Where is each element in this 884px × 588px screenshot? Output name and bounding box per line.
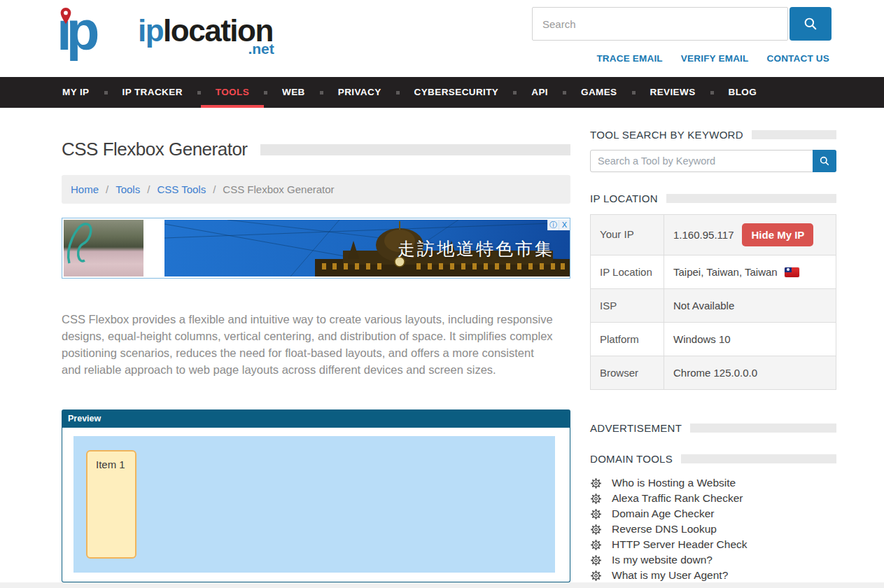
header-search-button[interactable] (790, 7, 832, 41)
gear-icon (590, 524, 602, 536)
heading-decorative-bar (681, 454, 836, 463)
tool-description: CSS Flexbox provides a flexible and intu… (62, 311, 556, 378)
heading-decorative-bar (666, 194, 836, 203)
domain-tool-label: Domain Age Checker (612, 507, 714, 520)
tool-search (590, 150, 836, 172)
preview-panel-header: Preview (62, 410, 570, 428)
your-ip-value: 1.160.95.117 (673, 229, 734, 241)
ad-left-image[interactable] (64, 220, 143, 276)
ip-row-label: Browser (591, 356, 664, 389)
flexbox-preview-container: Item 1 (73, 436, 555, 573)
hide-my-ip-button[interactable]: Hide My IP (742, 223, 813, 246)
domain-tool-label: Alexa Traffic Rank Checker (612, 492, 743, 505)
breadcrumb-tools[interactable]: Tools (115, 183, 140, 195)
table-row: ISP Not Available (591, 289, 836, 323)
main-nav: MY IP IP TRACKER TOOLS WEB PRIVACY CYBER… (0, 77, 884, 108)
nav-item-tools[interactable]: TOOLS (201, 77, 264, 108)
search-icon (819, 155, 830, 167)
nav-item-ip-tracker[interactable]: IP TRACKER (108, 77, 197, 108)
advertisement-heading: ADVERTISEMENT (590, 422, 682, 434)
gear-icon (590, 493, 602, 505)
sidebar: TOOL SEARCH BY KEYWORD IP LOCATION Your … (590, 108, 836, 583)
tool-search-input[interactable] (590, 150, 836, 172)
logo-wordmark: iplocation .net (138, 3, 273, 63)
domain-tool-link[interactable]: Domain Age Checker (590, 506, 836, 522)
preview-panel-body: Item 1 (62, 428, 570, 582)
main-content: CSS Flexbox Generator Home / Tools / CSS… (62, 108, 570, 582)
trace-email-link[interactable]: TRACE EMAIL (596, 53, 662, 64)
ip-location-heading: IP LOCATION (590, 192, 658, 204)
breadcrumb-current: CSS Flexbox Generator (223, 183, 334, 195)
logo-word-ip: ip (138, 13, 163, 48)
nav-item-my-ip[interactable]: MY IP (48, 77, 104, 108)
ip-row-value: Taipei, Taiwan, Taiwan (664, 255, 836, 288)
logo-tld: .net (248, 29, 274, 69)
ip-row-label: Platform (591, 323, 664, 356)
nav-item-games[interactable]: GAMES (566, 77, 632, 108)
title-row: CSS Flexbox Generator (62, 139, 570, 160)
platform-value: Windows 10 (664, 323, 836, 356)
ad-overlay-text: 走訪地道特色市集 (398, 237, 554, 260)
domain-tool-link[interactable]: Alexa Traffic Rank Checker (590, 491, 836, 506)
flexbox-preview-item: Item 1 (86, 450, 136, 559)
domain-tool-label: Reverse DNS Lookup (612, 523, 717, 536)
ip-location-value: Taipei, Taiwan, Taiwan (673, 266, 778, 278)
domain-tool-link[interactable]: What is my User Agent? (590, 568, 836, 583)
breadcrumb-home[interactable]: Home (71, 183, 99, 195)
domain-tool-link[interactable]: HTTP Server Header Check (590, 537, 836, 552)
domain-tools-list: Who is Hosting a Website Alexa Traffic R… (590, 475, 836, 583)
ad-info-icon[interactable]: ⓘ (547, 220, 559, 230)
nav-item-cybersecurity[interactable]: CYBERSECURITY (400, 77, 514, 108)
domain-tool-label: Who is Hosting a Website (612, 477, 736, 489)
gear-icon (590, 477, 602, 489)
nav-item-reviews[interactable]: REVIEWS (636, 77, 710, 108)
ad-banner[interactable]: 走訪地道特色市集 ⓘ X (62, 218, 570, 279)
breadcrumb-css-tools[interactable]: CSS Tools (157, 183, 206, 195)
nav-item-privacy[interactable]: PRIVACY (323, 77, 396, 108)
search-icon (803, 16, 818, 31)
table-row: Browser Chrome 125.0.0.0 (591, 356, 836, 390)
ad-close-icon[interactable]: X (559, 220, 570, 230)
nav-item-api[interactable]: API (517, 77, 563, 108)
domain-tool-label: What is my User Agent? (612, 569, 728, 582)
ip-row-value: 1.160.95.117 Hide My IP (664, 215, 836, 255)
ip-location-heading-row: IP LOCATION (590, 192, 836, 204)
breadcrumb: Home / Tools / CSS Tools / CSS Flexbox G… (62, 175, 570, 204)
domain-tool-label: Is my website down? (612, 554, 713, 566)
domain-tool-link[interactable]: Who is Hosting a Website (590, 475, 836, 491)
domain-tool-link[interactable]: Reverse DNS Lookup (590, 522, 836, 537)
location-pin-icon (58, 7, 73, 25)
ip-location-table: Your IP 1.160.95.117 Hide My IP IP Locat… (590, 214, 836, 390)
ip-row-label: IP Location (591, 255, 664, 288)
logo-mark: ıp (52, 3, 142, 63)
table-row: Platform Windows 10 (591, 323, 836, 356)
page-title: CSS Flexbox Generator (62, 139, 248, 160)
domain-tool-link[interactable]: Is my website down? (590, 552, 836, 568)
contact-us-link[interactable]: CONTACT US (767, 53, 830, 64)
site-header: ıp iplocation .net TRACE EMAIL VERIFY EM… (0, 0, 884, 77)
isp-value: Not Available (664, 289, 836, 322)
breadcrumb-separator: / (106, 183, 108, 195)
domain-tools-heading-row: DOMAIN TOOLS (590, 453, 836, 465)
gear-icon (590, 539, 602, 551)
gear-icon (590, 554, 602, 566)
nav-item-blog[interactable]: BLOG (714, 77, 772, 108)
header-search-input[interactable] (532, 7, 788, 41)
footer-strip (0, 582, 884, 588)
gear-icon (590, 570, 602, 582)
tool-search-button[interactable] (813, 150, 836, 172)
ad-main-image[interactable]: 走訪地道特色市集 ⓘ X (164, 220, 570, 276)
gear-icon (590, 508, 602, 520)
advertisement-heading-row: ADVERTISEMENT (590, 422, 836, 434)
table-row: Your IP 1.160.95.117 Hide My IP (591, 215, 836, 255)
domain-tools-heading: DOMAIN TOOLS (590, 453, 673, 465)
nav-item-web[interactable]: WEB (267, 77, 320, 108)
preview-panel: Preview Item 1 (62, 410, 570, 582)
ip-row-label: ISP (591, 289, 664, 322)
breadcrumb-separator: / (147, 183, 150, 195)
site-logo[interactable]: ıp iplocation .net (52, 3, 273, 63)
title-decorative-bar (260, 144, 570, 155)
ad-choices: ⓘ X (547, 220, 570, 230)
verify-email-link[interactable]: VERIFY EMAIL (681, 53, 749, 64)
header-quick-links: TRACE EMAIL VERIFY EMAIL CONTACT US (596, 53, 829, 64)
